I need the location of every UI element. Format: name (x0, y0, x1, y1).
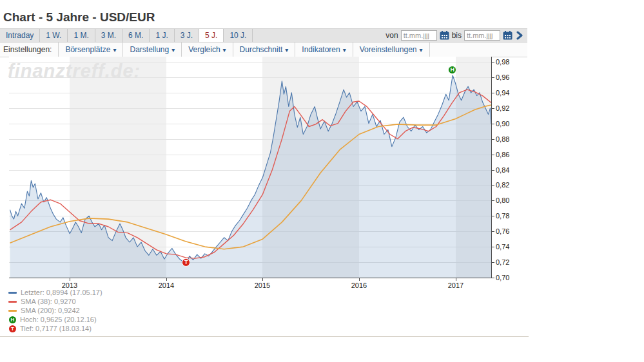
x-tick-label: 2014 (153, 281, 179, 289)
dropdown-indikatoren[interactable]: Indikatoren▾ (295, 43, 353, 57)
settings-toolbar: Einstellungen: Börsenplätze▾Darstellung▾… (0, 43, 527, 57)
period-toolbar: Intraday1 W.1 M.3 M.6 M.1 J.3 J.5 J.10 J… (0, 28, 527, 43)
period-button-intraday[interactable]: Intraday (0, 29, 40, 42)
y-tick (492, 200, 494, 201)
period-button-1m[interactable]: 1 M. (68, 29, 95, 42)
dropdown-durchschnitt[interactable]: Durchschnitt▾ (233, 43, 296, 57)
y-tick (492, 62, 494, 62)
von-date-input[interactable] (401, 30, 437, 41)
divider (0, 336, 529, 337)
y-tick (492, 247, 494, 247)
low-marker: T (182, 258, 190, 267)
legend-item: HHoch: 0,9625 (20.12.16) (8, 315, 102, 324)
period-buttons: Intraday1 W.1 M.3 M.6 M.1 J.3 J.5 J.10 J… (0, 29, 253, 42)
period-button-3m[interactable]: 3 M. (95, 29, 122, 42)
von-label: von (385, 31, 398, 40)
legend-text: Tief: 0,7177 (18.03.14) (20, 325, 92, 332)
chart-area[interactable]: finanztreff.de: HT 0,980,960,940,920,900… (0, 57, 516, 289)
y-tick-label: 0,76 (496, 227, 518, 235)
y-tick (492, 124, 494, 124)
high-marker: H (448, 66, 456, 74)
y-tick (492, 139, 494, 140)
dropdown-label: Vergleich (188, 45, 220, 54)
period-button-10j[interactable]: 10 J. (224, 29, 253, 42)
chart-legend: Letzter: 0,8994 (17.05.17)SMA (38): 0,92… (8, 288, 102, 333)
x-tick (456, 278, 456, 281)
chevron-down-icon: ▾ (223, 46, 226, 53)
legend-text: Letzter: 0,8994 (17.05.17) (21, 289, 102, 296)
x-tick (70, 278, 70, 281)
legend-item: Letzter: 0,8994 (17.05.17) (8, 288, 102, 297)
high-badge-icon: H (9, 316, 16, 323)
x-tick-label: 2017 (443, 281, 469, 289)
x-tick-label: 2016 (346, 281, 372, 289)
y-tick-label: 0,94 (496, 89, 518, 97)
legend-line-swatch (8, 310, 17, 312)
y-tick (492, 278, 494, 278)
y-tick-label: 0,92 (496, 104, 518, 112)
price-area-fill (10, 75, 492, 278)
y-tick-label: 0,90 (496, 120, 518, 128)
y-tick (492, 77, 494, 78)
chevron-down-icon: ▾ (343, 46, 346, 53)
y-tick-label: 0,80 (496, 196, 518, 204)
x-tick (262, 278, 263, 281)
bis-label: bis (452, 31, 462, 40)
x-tick (359, 278, 360, 281)
dropdown-voreinstellungen[interactable]: Voreinstellungen▾ (353, 43, 430, 57)
y-tick-label: 0,70 (496, 274, 518, 281)
y-axis-line (491, 57, 492, 278)
settings-dropdowns: Börsenplätze▾Darstellung▾Vergleich▾Durch… (59, 43, 429, 57)
date-range-group: von bis (385, 29, 527, 42)
y-tick (492, 93, 494, 93)
legend-text: Hoch: 0,9625 (20.12.16) (20, 316, 97, 323)
y-tick-label: 0,74 (496, 243, 518, 251)
dropdown-darstellung[interactable]: Darstellung▾ (123, 43, 182, 57)
legend-item: SMA (200): 0,9242 (8, 306, 102, 315)
y-tick (492, 108, 494, 109)
legend-line-swatch (8, 292, 17, 294)
plot-area[interactable]: HT (9, 57, 491, 278)
y-tick (492, 262, 494, 263)
y-tick-label: 0,72 (496, 258, 518, 266)
period-button-1j[interactable]: 1 J. (150, 29, 174, 42)
dropdown-börsenplätze[interactable]: Börsenplätze▾ (59, 43, 123, 57)
period-button-1w[interactable]: 1 W. (40, 29, 68, 42)
y-tick-label: 0,98 (496, 58, 518, 66)
y-tick-label: 0,82 (496, 181, 518, 189)
chevron-down-icon: ▾ (419, 46, 422, 53)
period-button-6m[interactable]: 6 M. (122, 29, 150, 42)
period-button-3j[interactable]: 3 J. (175, 29, 199, 42)
x-tick (166, 278, 167, 281)
y-tick-label: 0,86 (496, 151, 518, 158)
apply-range-chevron-icon[interactable] (516, 31, 523, 40)
legend-text: SMA (38): 0,9270 (21, 298, 76, 305)
settings-label: Einstellungen: (0, 43, 59, 57)
y-tick-label: 0,84 (496, 166, 518, 174)
legend-line-swatch (8, 301, 17, 303)
y-tick (492, 216, 494, 216)
y-tick (492, 170, 494, 171)
chevron-down-icon: ▾ (113, 46, 116, 53)
period-button-5j[interactable]: 5 J. (199, 29, 224, 42)
legend-text: SMA (200): 0,9242 (21, 307, 80, 314)
dropdown-label: Indikatoren (302, 45, 340, 54)
dropdown-label: Durchschnitt (240, 45, 283, 54)
dropdown-label: Darstellung (130, 45, 169, 54)
page-title: Chart - 5 Jahre - USD/EUR (3, 10, 155, 24)
dropdown-label: Voreinstellungen (360, 45, 417, 54)
dropdown-vergleich[interactable]: Vergleich▾ (182, 43, 233, 57)
page: Chart - 5 Jahre - USD/EUR Intraday1 W.1 … (0, 0, 644, 362)
legend-item: TTief: 0,7177 (18.03.14) (8, 324, 102, 333)
chevron-down-icon: ▾ (171, 46, 175, 53)
calendar-icon[interactable] (440, 31, 449, 40)
y-tick (492, 231, 494, 232)
dropdown-label: Börsenplätze (65, 45, 110, 54)
y-tick-label: 0,78 (496, 212, 518, 220)
bis-date-input[interactable] (464, 30, 500, 41)
y-tick (492, 185, 494, 186)
low-badge-icon: T (9, 325, 16, 332)
calendar-icon[interactable] (503, 31, 512, 40)
chart-series-svg (9, 57, 491, 278)
y-tick-label: 0,88 (496, 135, 518, 143)
